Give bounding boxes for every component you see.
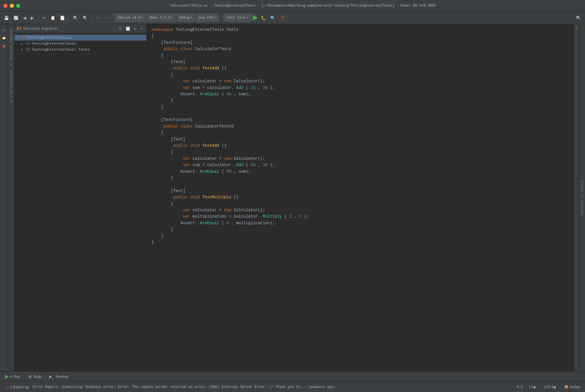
code-line-27: public void TestMultiply ()	[151, 194, 569, 200]
code-line-25	[151, 181, 569, 187]
close-panel-button[interactable]: ✕	[139, 26, 144, 31]
cursor-position: 9:6	[517, 385, 523, 389]
main-content: 🗂 📁 🔖 1: Solution Explorer 2: File Struc…	[0, 24, 585, 371]
zoom-out-button[interactable]: 🔍	[81, 14, 89, 21]
code-line-9: var calculator = new Calculator();	[151, 78, 569, 84]
collapse-button[interactable]: ⬜	[125, 26, 131, 31]
run-panel-button[interactable]: 4: Run	[3, 374, 22, 380]
separator-4	[113, 14, 113, 21]
unit-test-dropdown[interactable]: Unit Test ▼	[223, 14, 251, 22]
separator-3	[92, 14, 92, 21]
refresh-button[interactable]: 🔄	[12, 14, 20, 21]
build-config-dropdown[interactable]: XBuild 14.0 ▼	[115, 14, 146, 22]
terminal-panel-button[interactable]: ▶_ Terminal	[48, 374, 70, 380]
code-line-1: namespace TestingExternalTools.Tests	[151, 26, 569, 33]
left-tab-icons: 🗂 📁 🔖	[0, 24, 8, 371]
code-line-33: }	[151, 233, 569, 239]
encoding-button[interactable]: UTF-8◆	[542, 385, 558, 390]
errors-in-solution-sidebar[interactable]: Errors in solution	[579, 24, 585, 371]
debug-mode-dropdown[interactable]: Debug ▼	[177, 14, 195, 22]
line-feed-button[interactable]: LF◆	[527, 385, 537, 390]
titlebar: CalculatorTests.cs - TestingExternalTool…	[0, 0, 585, 12]
unit-test-label: Unit Test	[227, 16, 245, 20]
zoom-in-button[interactable]: 🔍	[71, 14, 80, 21]
csharp-tests-icon: C#	[26, 48, 30, 52]
run-panel-label: 4: Run	[10, 375, 20, 379]
statusbar: ⚠ 2 Event Log Error Report: Submitting f…	[0, 382, 585, 392]
code-content: namespace TestingExternalTools.Tests { […	[147, 26, 574, 246]
solution-header-actions: ➕ ⬜ ⚙ ✕	[117, 26, 144, 31]
code-line-20: {	[151, 149, 569, 155]
editor-scrollbar[interactable]: ⚠	[574, 24, 579, 371]
separator-2	[69, 14, 69, 21]
error-badge-icon: ⚠	[5, 385, 9, 389]
mono-version-label: Mono 4.2.2	[150, 16, 170, 20]
build-config-label: XBuild 14.0	[118, 16, 140, 20]
status-error-text: Error Report: Submitting feedback error:…	[33, 385, 514, 389]
build-panel-label: Build	[33, 375, 41, 379]
sidebar-tab-bookmarks[interactable]: 🔖	[1, 43, 7, 50]
terminal-panel-label: Terminal	[55, 375, 68, 379]
run-button[interactable]	[253, 15, 258, 21]
nav-back-button[interactable]: ←	[94, 14, 102, 21]
chevron-down-icon-2: ▼	[172, 16, 173, 19]
minimize-button[interactable]	[10, 4, 14, 8]
build-panel-button[interactable]: ⚙ Build	[26, 374, 43, 380]
bottom-toolbar: 4: Run ⚙ Build ▶_ Terminal	[0, 371, 585, 382]
vertical-tab-area: 1: Solution Explorer 2: File Structure	[8, 24, 14, 371]
chevron-down-icon: ▼	[142, 16, 143, 19]
solution-icon: R#	[21, 36, 25, 40]
mono-version-dropdown[interactable]: Mono 4.2.2 ▼	[147, 14, 176, 22]
nuget-label: NuGet	[570, 385, 580, 389]
nuget-button[interactable]: 📦 NuGet	[563, 385, 582, 390]
nav-forward-button[interactable]: →	[103, 14, 110, 21]
code-line-23: Assert. AreEqual ( 50 , sum);	[151, 168, 569, 175]
sidebar-tab-solution[interactable]: 🗂	[1, 26, 7, 33]
forward-button[interactable]: ▶	[29, 14, 36, 21]
code-line-13: }	[151, 104, 569, 110]
code-line-7: public void TestAdd ()	[151, 65, 569, 71]
cpu-dropdown[interactable]: Any CPU ▼	[196, 14, 219, 22]
close-button[interactable]	[3, 4, 7, 8]
paste-button[interactable]: 📄	[58, 14, 67, 21]
separator-1	[38, 14, 38, 21]
add-item-button[interactable]: ➕	[117, 26, 124, 31]
terminal-icon: ▶_	[49, 375, 54, 379]
solution-explorer-tab[interactable]: 1: Solution Explorer	[9, 25, 14, 68]
play-icon	[253, 15, 258, 21]
file-structure-tab[interactable]: 2: File Structure	[9, 68, 14, 105]
settings-button[interactable]: ⚙	[132, 26, 138, 31]
solution-explorer-title: Solution Explorer	[23, 27, 115, 31]
help-button[interactable]: ❓	[278, 14, 286, 21]
tree-item-label-1: TestingExternalTools	[31, 41, 76, 46]
tree-item-root[interactable]: ▶ R# TestingExternalTools	[14, 35, 147, 41]
copy-button[interactable]: 📋	[49, 14, 57, 21]
maximize-button[interactable]	[16, 4, 20, 8]
global-search-button[interactable]: 🔍	[574, 14, 583, 21]
save-button[interactable]: 💾	[2, 14, 11, 21]
code-line-2: {	[151, 33, 569, 39]
separator-5	[221, 14, 221, 21]
errors-in-solution-label: Errors in solution	[580, 181, 584, 215]
error-count-badge: 2	[10, 385, 12, 389]
event-log-label: Event Log	[13, 385, 29, 389]
back-button[interactable]: ◀	[21, 14, 28, 21]
cut-button[interactable]: ✂	[41, 14, 48, 21]
debug-run-button[interactable]: 🐛	[259, 14, 267, 21]
expand-arrow-icon: ▶	[17, 36, 20, 39]
solution-explorer-panel: R# Solution Explorer ➕ ⬜ ⚙ ✕ ▶ R# Testin…	[14, 24, 147, 371]
code-editor[interactable]: namespace TestingExternalTools.Tests { […	[147, 24, 574, 371]
sidebar-tab-files[interactable]: 📁	[1, 35, 7, 41]
search-button[interactable]: 🔍	[269, 14, 277, 21]
event-log-button[interactable]: ⚠ 2 Event Log	[3, 384, 31, 390]
code-line-11: Assert. AreEqual ( 50 , sum);	[151, 91, 569, 97]
expand-arrow-icon-3: ▶	[21, 48, 25, 51]
chevron-down-icon-5: ▼	[247, 16, 248, 19]
code-line-5: {	[151, 52, 569, 59]
tree-item-project-1[interactable]: ▶ C# TestingExternalTools	[14, 41, 147, 47]
expand-arrow-icon-2: ▶	[21, 42, 25, 45]
tree-item-project-2[interactable]: ▶ C# TestingExternalTools.Tests	[14, 47, 147, 53]
chevron-down-icon-4: ▼	[214, 16, 216, 19]
code-line-16: public class CalculatorTests2	[151, 123, 569, 130]
code-line-4: public class CalculatorTests	[151, 46, 569, 52]
